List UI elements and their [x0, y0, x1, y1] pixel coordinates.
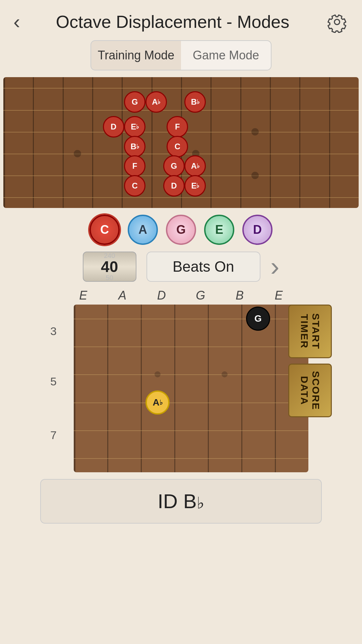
side-buttons: START TIMER SCORE DATA: [288, 305, 332, 417]
string-label-A: A: [112, 288, 132, 303]
next-arrow-button[interactable]: ›: [270, 253, 280, 280]
sb-fret-line: [241, 305, 242, 472]
page-title: Octave Displacement - Modes: [20, 12, 325, 32]
fret-line: [3, 77, 5, 208]
sb-note-Ab: A♭: [145, 390, 170, 415]
string-label-E: E: [269, 288, 289, 303]
note-badge-C: C: [167, 136, 188, 157]
sb-note-G: G: [246, 307, 270, 331]
string-line: [3, 88, 359, 89]
small-fretboard: GA♭: [74, 305, 308, 472]
capo-circle-G[interactable]: G: [166, 215, 196, 245]
fret-row-3-label: 3: [50, 325, 57, 338]
id-box[interactable]: ID B♭: [40, 479, 322, 524]
fret-line: [122, 77, 123, 208]
note-badge-F: F: [167, 116, 188, 138]
note-badge-G: G: [124, 91, 145, 113]
fret-line: [240, 77, 241, 208]
score-data-button[interactable]: SCORE DATA: [288, 364, 332, 417]
note-badge-F: F: [124, 155, 145, 177]
bpm-wheel[interactable]: 240 40 50: [83, 252, 136, 282]
fret-line: [210, 77, 212, 208]
string-label-D: D: [152, 288, 172, 303]
note-badge-Eb: E♭: [184, 175, 206, 197]
note-badge-Ab: A♭: [145, 91, 167, 113]
note-badge-D: D: [103, 116, 124, 138]
capo-circle-E[interactable]: E: [204, 215, 234, 245]
capo-circle-C[interactable]: C: [89, 215, 120, 245]
score-data-label: SCORE DATA: [299, 365, 321, 416]
sb-fret-line: [275, 305, 276, 472]
sb-fret-dot: [155, 371, 161, 377]
fret-line: [270, 77, 271, 208]
fret-line: [329, 77, 330, 208]
sb-string-line: [74, 430, 308, 431]
capo-circle-D[interactable]: D: [242, 215, 273, 245]
note-badge-C: C: [124, 175, 145, 197]
bpm-value: 40: [101, 259, 118, 274]
small-fretboard-wrap: 3 5 7 GA♭ START TIMER SCORE DATA: [30, 305, 332, 472]
string-line: [3, 197, 359, 198]
id-label: ID B♭: [158, 490, 204, 513]
gear-icon: [326, 11, 348, 33]
string-label-G: G: [190, 288, 210, 303]
sb-string-line: [74, 402, 308, 403]
string-labels-row: EADGBE: [0, 288, 362, 303]
note-badge-Eb: E♭: [124, 116, 145, 138]
fret-row-5-label: 5: [50, 375, 57, 388]
large-fretboard: GA♭B♭DE♭FB♭CFGA♭CDE♭: [3, 77, 359, 208]
game-mode-button[interactable]: Game Mode: [181, 41, 271, 70]
note-badge-D: D: [163, 175, 185, 197]
back-button[interactable]: ‹: [13, 12, 20, 32]
fret-line: [92, 77, 93, 208]
note-badge-Bb: B♭: [124, 136, 145, 157]
string-label-B: B: [230, 288, 250, 303]
fret-dot: [251, 172, 259, 179]
sb-fret-line: [74, 305, 75, 472]
sb-string-line: [74, 346, 308, 347]
sb-string-line: [74, 319, 308, 319]
fret-line: [299, 77, 300, 208]
start-timer-button[interactable]: START TIMER: [288, 305, 332, 358]
sb-fret-line: [141, 305, 142, 472]
fret-line: [33, 77, 34, 208]
fret-dot: [74, 150, 81, 157]
sb-fret-line: [174, 305, 175, 472]
settings-button[interactable]: [325, 10, 349, 34]
string-line: [3, 175, 359, 176]
capo-circle-A[interactable]: A: [128, 215, 158, 245]
fret-dot: [251, 128, 259, 136]
beats-toggle-button[interactable]: Beats On: [146, 252, 260, 282]
string-line: [3, 110, 359, 111]
controls-row: 240 40 50 Beats On ›: [0, 252, 362, 282]
sb-fret-line: [107, 305, 108, 472]
note-badge-Ab: A♭: [184, 155, 206, 177]
note-badge-G: G: [163, 155, 185, 177]
note-badge-Bb: B♭: [184, 91, 206, 113]
training-mode-button[interactable]: Training Mode: [91, 41, 181, 70]
mode-toggle: Training Mode Game Mode: [90, 40, 272, 70]
sb-fret-dot: [222, 371, 228, 377]
start-timer-label: START TIMER: [299, 306, 321, 357]
string-label-E: E: [73, 288, 93, 303]
sb-fret-line: [208, 305, 209, 472]
capo-selector: CAGED: [0, 215, 362, 245]
sb-string-line: [74, 458, 308, 459]
fret-row-7-label: 7: [50, 429, 57, 442]
sb-string-line: [74, 374, 308, 375]
bpm-lower-hint: 50: [106, 274, 113, 281]
fret-line: [63, 77, 64, 208]
header: ‹ Octave Displacement - Modes: [0, 0, 362, 40]
